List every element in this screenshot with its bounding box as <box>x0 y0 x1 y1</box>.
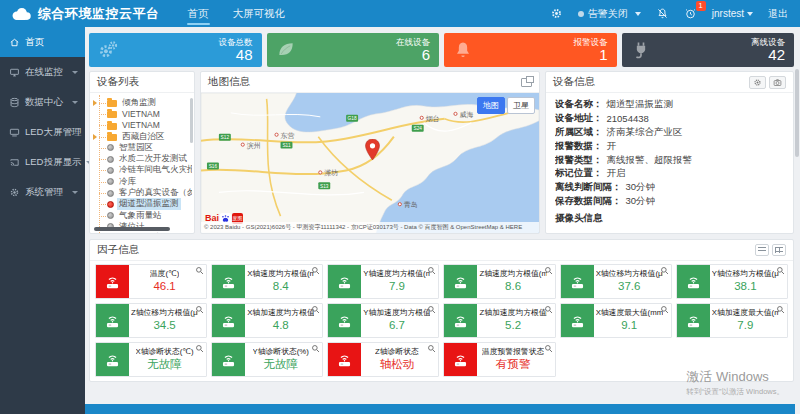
alarm-clock-icon[interactable]: 1 <box>684 7 697 20</box>
factor-tile-1[interactable]: X轴速度均方根值(mm/s)8.4 <box>211 264 323 299</box>
factor-tile-2[interactable]: Y轴速度均方根值(mm/s)7.9 <box>327 264 439 299</box>
sidebar-item-4[interactable]: LED投屏显示 <box>0 147 85 177</box>
list-view-icon[interactable] <box>755 244 769 256</box>
factor-tile-11[interactable]: X轴加速度最大值(mm/s2)7.9 <box>676 303 788 338</box>
user-menu[interactable]: jnrstest <box>712 8 753 19</box>
sidebar-item-label: 系统管理 <box>25 186 63 199</box>
stat-card-2[interactable]: 报警设备1 <box>444 33 617 67</box>
map-type-satellite-button[interactable]: 卫星 <box>507 97 535 114</box>
magnifier-icon[interactable] <box>776 305 785 314</box>
tree-item-4[interactable]: 智慧园区 <box>90 142 192 153</box>
tree-item-8[interactable]: 客户的真实设备（勿动 <box>90 187 192 198</box>
magnifier-icon[interactable] <box>311 344 320 353</box>
tree-horizontal-scrollbar[interactable] <box>94 227 170 231</box>
tree-item-3[interactable]: 西藏自治区 <box>90 131 192 142</box>
tree-item-6[interactable]: 冷链车间电气火灾报警 <box>90 165 192 176</box>
top-menu-item-1[interactable]: 大屏可视化 <box>221 0 298 27</box>
factor-tile-13[interactable]: Y轴诊断状态(%)无故障 <box>211 342 323 377</box>
device-status-dot-icon <box>107 190 114 197</box>
camera-empty-text: 暂无摄像头信息 <box>546 225 793 234</box>
magnifier-icon[interactable] <box>311 305 320 314</box>
tree-vertical-scrollbar[interactable] <box>190 98 193 143</box>
factor-value: 无故障 <box>263 357 298 372</box>
factor-value: 8.6 <box>505 279 521 294</box>
page-scrollbar-thumb[interactable] <box>795 69 799 157</box>
tree-item-10[interactable]: 气象雨量站 <box>90 210 192 221</box>
factor-tile-3[interactable]: Z轴速度均方根值(mm/s)8.6 <box>443 264 555 299</box>
page-scrollbar[interactable] <box>795 27 800 414</box>
factor-label: 温度预警报警状态 <box>482 347 544 357</box>
magnifier-icon[interactable] <box>544 344 553 353</box>
magnifier-icon[interactable] <box>660 305 669 314</box>
magnifier-icon[interactable] <box>195 266 204 275</box>
factor-tile-7[interactable]: X轴加速度均方根值(mm/s2)4.8 <box>211 303 323 338</box>
field-label: 保存数据间隔： <box>555 195 622 208</box>
factor-tiles: 温度(℃)46.1X轴速度均方根值(mm/s)8.4Y轴速度均方根值(mm/s)… <box>90 261 793 380</box>
magnifier-icon[interactable] <box>427 266 436 275</box>
magnifier-icon[interactable] <box>195 344 204 353</box>
tree-item-2[interactable]: VIETNAM <box>90 120 192 131</box>
fullscreen-icon[interactable] <box>521 78 532 87</box>
factor-label: Y轴速度均方根值(mm/s) <box>363 269 430 279</box>
factor-tile-10[interactable]: X轴速度最大值(mm/s)9.1 <box>560 303 672 338</box>
stat-text: 在线设备6 <box>396 38 430 63</box>
map-type-map-button[interactable]: 地图 <box>477 97 505 114</box>
magnifier-icon[interactable] <box>776 266 785 275</box>
magnifier-icon[interactable] <box>195 305 204 314</box>
magnifier-icon[interactable] <box>427 344 436 353</box>
cloud-logo-icon <box>10 7 32 21</box>
app-root: 综合环境监控云平台 首页大屏可视化 告警关闭 1 jnrstest <box>0 0 800 414</box>
stat-card-value: 1 <box>574 47 608 63</box>
tree-item-1[interactable]: VIETNAM <box>90 108 192 119</box>
device-info-header: 设备信息 <box>546 72 793 93</box>
svg-text:S13: S13 <box>320 184 329 189</box>
magnifier-icon[interactable] <box>311 266 320 275</box>
device-camera-icon[interactable] <box>769 76 786 89</box>
factor-tile-15[interactable]: 温度预警报警状态有预警 <box>443 342 555 377</box>
map-marker-icon[interactable] <box>365 139 380 160</box>
factor-tile-6[interactable]: Z轴位移均方根值(μm)34.5 <box>95 303 207 338</box>
factor-tile-5[interactable]: Y轴位移均方根值(μm)38.1 <box>676 264 788 299</box>
mute-bell-icon[interactable] <box>656 7 669 20</box>
grid-view-icon[interactable] <box>772 244 786 256</box>
sidebar-item-1[interactable]: 在线监控 <box>0 57 85 87</box>
top-menu-item-0[interactable]: 首页 <box>176 0 221 27</box>
logout-button[interactable]: 退出 <box>768 7 788 21</box>
sidebar-item-2[interactable]: 数据中心 <box>0 87 85 117</box>
road-shield: S24 <box>412 125 424 132</box>
alarm-toggle[interactable]: 告警关闭 <box>578 7 641 21</box>
factor-value: 有预警 <box>496 357 531 372</box>
device-info-panel: 设备信息 设备名称：烟道型温振监测设备地址：21054438所属区域：济南某综合… <box>545 71 794 234</box>
field-value: 30分钟 <box>626 195 656 208</box>
magnifier-icon[interactable] <box>544 266 553 275</box>
tree-item-7[interactable]: 冷库 <box>90 176 192 187</box>
factor-tile-4[interactable]: X轴位移均方根值(μm)37.6 <box>560 264 672 299</box>
factor-tile-8[interactable]: Y轴加速度均方根值(mm/s2)6.7 <box>327 303 439 338</box>
stat-card-1[interactable]: 在线设备6 <box>267 33 440 67</box>
magnifier-icon[interactable] <box>544 305 553 314</box>
sensor-icon <box>96 265 129 298</box>
map-header: 地图信息 <box>201 72 539 93</box>
tree-item-0[interactable]: 倾角监测 <box>90 97 192 108</box>
factor-tile-9[interactable]: Z轴加速度均方根值(mm/s2)5.2 <box>443 303 555 338</box>
device-settings-icon[interactable] <box>749 76 766 89</box>
sidebar-item-5[interactable]: 系统管理 <box>0 177 85 207</box>
settings-icon[interactable] <box>550 7 563 20</box>
magnifier-icon[interactable] <box>427 305 436 314</box>
factor-tile-12[interactable]: X轴诊断状态(℃)无故障 <box>95 342 207 377</box>
sidebar-item-0[interactable]: 首页 <box>0 27 85 57</box>
stat-card-3[interactable]: 离线设备42 <box>622 33 795 67</box>
magnifier-icon[interactable] <box>660 266 669 275</box>
factor-label: Y轴诊断状态(%) <box>253 347 309 357</box>
factor-tile-14[interactable]: Z轴诊断状态轴松动 <box>327 342 439 377</box>
tree-item-5[interactable]: 水质二次开发测试 <box>90 153 192 164</box>
sidebar-item-3[interactable]: LED大屏管理 <box>0 117 85 147</box>
tree-item-9[interactable]: 烟道型温振监测 <box>90 199 192 210</box>
map-canvas[interactable]: S12 S11 G18 S16 S13 S24 滨州 东营 潍坊 青岛 烟台 威… <box>201 93 539 233</box>
field-value: 烟道型温振监测 <box>607 98 674 111</box>
stat-card-0[interactable]: 设备总数48 <box>89 33 262 67</box>
field-label: 报警数据： <box>555 140 603 153</box>
factor-tile-0[interactable]: 温度(℃)46.1 <box>95 264 207 299</box>
road-shield: S13 <box>318 182 330 189</box>
sensor-icon <box>444 265 477 298</box>
